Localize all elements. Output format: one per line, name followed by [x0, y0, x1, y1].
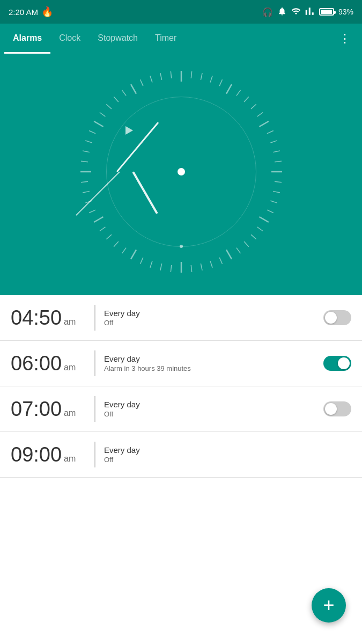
svg-line-44 — [81, 181, 88, 182]
alarm-time-4: 09:00am — [11, 443, 86, 466]
svg-line-54 — [122, 90, 126, 96]
alarm-time-3: 07:00am — [11, 398, 86, 421]
svg-line-7 — [244, 97, 249, 102]
svg-line-17 — [273, 191, 280, 193]
clock-alarm-pointer — [125, 126, 133, 135]
svg-line-48 — [85, 141, 92, 143]
svg-line-37 — [114, 241, 119, 247]
svg-line-49 — [89, 131, 95, 134]
svg-line-1 — [191, 71, 191, 78]
alarm-sublabel-2: Alarm in 3 hours 39 minutes — [104, 364, 323, 372]
svg-line-51 — [99, 112, 105, 116]
add-icon: + — [323, 596, 334, 615]
alarm-ampm-1: am — [64, 317, 76, 326]
svg-line-9 — [257, 112, 263, 116]
svg-line-28 — [201, 264, 202, 270]
toggle-knob-2 — [338, 357, 350, 369]
alarm-info-1: Every day Off — [104, 309, 323, 327]
svg-line-41 — [89, 210, 95, 213]
svg-line-10 — [259, 121, 268, 127]
svg-line-57 — [150, 76, 152, 82]
alarm-sublabel-3: Off — [104, 410, 323, 418]
alarm-item[interactable]: 04:50am Every day Off — [0, 295, 362, 341]
svg-line-33 — [150, 261, 152, 267]
svg-line-43 — [83, 191, 90, 193]
signal-icon — [305, 6, 315, 18]
svg-line-31 — [171, 265, 171, 272]
alarm-label-3: Every day — [104, 400, 323, 409]
svg-line-3 — [210, 76, 212, 82]
alarm-list: 04:50am Every day Off 06:00am Every day … — [0, 295, 362, 478]
svg-line-5 — [226, 84, 232, 93]
svg-line-23 — [244, 241, 249, 247]
tab-clock[interactable]: Clock — [50, 24, 89, 54]
svg-line-22 — [251, 235, 256, 239]
svg-line-6 — [236, 90, 240, 96]
alarm-label-1: Every day — [104, 309, 323, 318]
svg-line-35 — [131, 250, 136, 259]
more-menu-button[interactable]: ⋮ — [333, 27, 358, 50]
clock-bottom-dot — [180, 245, 183, 248]
tab-stopwatch[interactable]: Stopwatch — [89, 24, 146, 54]
svg-line-32 — [160, 264, 161, 270]
svg-line-12 — [270, 141, 277, 143]
alarm-info-2: Every day Alarm in 3 hours 39 minutes — [104, 354, 323, 372]
svg-line-29 — [191, 265, 191, 272]
battery-percent: 93% — [338, 8, 353, 16]
alarm-toggle-1[interactable] — [323, 310, 351, 325]
svg-line-26 — [219, 258, 222, 264]
toggle-knob-3 — [325, 403, 337, 415]
svg-line-25 — [226, 250, 232, 259]
svg-line-46 — [81, 161, 88, 162]
toggle-knob-1 — [325, 312, 337, 324]
alarm-ampm-4: am — [64, 454, 76, 463]
clock-center-dot — [178, 168, 185, 175]
tab-alarms[interactable]: Alarms — [4, 24, 50, 54]
alarm-item[interactable]: 06:00am Every day Alarm in 3 hours 39 mi… — [0, 341, 362, 386]
svg-line-4 — [219, 79, 222, 86]
alarm-info-3: Every day Off — [104, 400, 323, 418]
svg-line-40 — [94, 217, 103, 222]
analog-clock — [79, 70, 283, 274]
alarm-divider-4 — [94, 442, 95, 467]
alarm-divider-2 — [94, 350, 95, 376]
alarm-ampm-3: am — [64, 408, 76, 418]
alarm-info-4: Every day Off — [104, 445, 323, 464]
alarm-sublabel-1: Off — [104, 319, 323, 327]
svg-line-39 — [99, 227, 105, 231]
alarm-toggle-3[interactable] — [323, 401, 351, 416]
svg-line-21 — [257, 227, 263, 231]
alarm-time-1: 04:50am — [11, 306, 86, 330]
alarm-item[interactable]: 07:00am Every day Off — [0, 386, 362, 432]
status-bar: 2:20 AM 🔥 🎧 93% — [0, 0, 362, 24]
svg-line-53 — [114, 97, 119, 102]
headphone-icon: 🎧 — [262, 7, 273, 17]
add-alarm-button[interactable]: + — [312, 588, 346, 623]
svg-line-59 — [171, 71, 171, 78]
nav-tabs: Alarms Clock Stopwatch Timer ⋮ — [0, 24, 362, 54]
svg-line-36 — [122, 248, 126, 254]
svg-line-18 — [270, 201, 277, 203]
toggle-knob-4 — [325, 449, 337, 460]
svg-line-20 — [259, 217, 268, 222]
alarm-status-icon — [277, 6, 287, 18]
wifi-icon — [291, 6, 301, 18]
svg-line-13 — [273, 151, 280, 152]
battery-icon — [319, 8, 334, 16]
status-left: 2:20 AM 🔥 — [9, 6, 53, 18]
svg-line-2 — [201, 73, 202, 80]
alarm-sublabel-4: Off — [104, 456, 323, 464]
svg-line-58 — [160, 73, 161, 80]
clock-area — [0, 54, 362, 295]
tab-timer[interactable]: Timer — [146, 24, 185, 54]
svg-line-38 — [106, 235, 112, 239]
status-time: 2:20 AM — [9, 8, 38, 17]
alarm-divider-3 — [94, 396, 95, 422]
alarm-label-4: Every day — [104, 445, 323, 455]
svg-line-14 — [275, 161, 282, 162]
svg-line-50 — [94, 121, 103, 127]
alarm-time-2: 06:00am — [11, 352, 86, 375]
alarm-item[interactable]: 09:00am Every day Off — [0, 432, 362, 478]
svg-line-11 — [267, 131, 273, 134]
alarm-toggle-2[interactable] — [323, 356, 351, 371]
